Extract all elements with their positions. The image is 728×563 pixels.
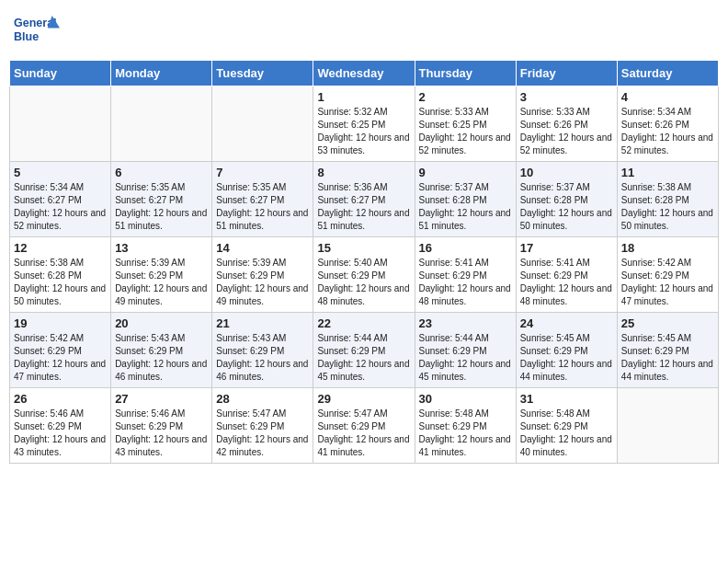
col-header-saturday: Saturday xyxy=(617,61,718,86)
day-info: Sunrise: 5:32 AMSunset: 6:25 PMDaylight:… xyxy=(317,106,410,157)
day-number: 30 xyxy=(419,392,512,406)
calendar-cell: 15 Sunrise: 5:40 AMSunset: 6:29 PMDaylig… xyxy=(313,237,415,313)
day-info: Sunrise: 5:42 AMSunset: 6:29 PMDaylight:… xyxy=(621,257,714,308)
day-number: 23 xyxy=(419,316,512,330)
day-info: Sunrise: 5:43 AMSunset: 6:29 PMDaylight:… xyxy=(216,332,309,384)
day-number: 1 xyxy=(317,90,410,104)
day-info: Sunrise: 5:48 AMSunset: 6:29 PMDaylight:… xyxy=(419,408,512,459)
day-info: Sunrise: 5:45 AMSunset: 6:29 PMDaylight:… xyxy=(520,332,613,384)
calendar-cell xyxy=(10,86,111,162)
day-number: 6 xyxy=(115,166,208,179)
day-info: Sunrise: 5:35 AMSunset: 6:27 PMDaylight:… xyxy=(216,181,309,233)
day-number: 26 xyxy=(14,392,107,406)
day-number: 25 xyxy=(621,316,714,330)
calendar-cell: 7 Sunrise: 5:35 AMSunset: 6:27 PMDayligh… xyxy=(212,162,313,237)
day-info: Sunrise: 5:41 AMSunset: 6:29 PMDaylight:… xyxy=(520,257,613,308)
day-number: 24 xyxy=(520,316,613,330)
col-header-wednesday: Wednesday xyxy=(313,61,415,86)
calendar-cell: 17 Sunrise: 5:41 AMSunset: 6:29 PMDaylig… xyxy=(516,237,617,313)
day-number: 31 xyxy=(520,392,613,406)
calendar-cell xyxy=(111,86,212,162)
day-info: Sunrise: 5:33 AMSunset: 6:26 PMDaylight:… xyxy=(520,106,613,157)
calendar-cell xyxy=(212,86,313,162)
day-number: 28 xyxy=(216,392,309,406)
day-number: 8 xyxy=(317,166,410,179)
logo: General Blue xyxy=(14,9,60,51)
calendar-cell: 27 Sunrise: 5:46 AMSunset: 6:29 PMDaylig… xyxy=(111,388,212,464)
day-number: 19 xyxy=(14,316,107,330)
calendar-cell: 30 Sunrise: 5:48 AMSunset: 6:29 PMDaylig… xyxy=(415,388,516,464)
day-number: 29 xyxy=(317,392,410,406)
day-info: Sunrise: 5:41 AMSunset: 6:29 PMDaylight:… xyxy=(419,257,512,308)
calendar-cell: 6 Sunrise: 5:35 AMSunset: 6:27 PMDayligh… xyxy=(111,162,212,237)
day-info: Sunrise: 5:45 AMSunset: 6:29 PMDaylight:… xyxy=(621,332,714,384)
calendar-cell: 22 Sunrise: 5:44 AMSunset: 6:29 PMDaylig… xyxy=(313,313,415,388)
calendar-cell: 4 Sunrise: 5:34 AMSunset: 6:26 PMDayligh… xyxy=(617,86,718,162)
day-number: 16 xyxy=(419,241,512,255)
day-info: Sunrise: 5:34 AMSunset: 6:27 PMDaylight:… xyxy=(14,181,107,233)
day-number: 4 xyxy=(621,90,714,104)
day-number: 22 xyxy=(317,316,410,330)
calendar-cell: 10 Sunrise: 5:37 AMSunset: 6:28 PMDaylig… xyxy=(516,162,617,237)
day-info: Sunrise: 5:44 AMSunset: 6:29 PMDaylight:… xyxy=(317,332,410,384)
day-number: 2 xyxy=(419,90,512,104)
day-info: Sunrise: 5:47 AMSunset: 6:29 PMDaylight:… xyxy=(317,408,410,459)
calendar-cell: 25 Sunrise: 5:45 AMSunset: 6:29 PMDaylig… xyxy=(617,313,718,388)
calendar-cell: 2 Sunrise: 5:33 AMSunset: 6:25 PMDayligh… xyxy=(415,86,516,162)
calendar-cell: 24 Sunrise: 5:45 AMSunset: 6:29 PMDaylig… xyxy=(516,313,617,388)
day-number: 17 xyxy=(520,241,613,255)
day-info: Sunrise: 5:39 AMSunset: 6:29 PMDaylight:… xyxy=(115,257,208,308)
calendar-cell: 20 Sunrise: 5:43 AMSunset: 6:29 PMDaylig… xyxy=(111,313,212,388)
col-header-friday: Friday xyxy=(516,61,617,86)
calendar-cell: 31 Sunrise: 5:48 AMSunset: 6:29 PMDaylig… xyxy=(516,388,617,464)
day-info: Sunrise: 5:44 AMSunset: 6:29 PMDaylight:… xyxy=(419,332,512,384)
svg-text:Blue: Blue xyxy=(14,30,39,43)
day-number: 5 xyxy=(14,166,107,179)
day-info: Sunrise: 5:35 AMSunset: 6:27 PMDaylight:… xyxy=(115,181,208,233)
calendar-cell: 19 Sunrise: 5:42 AMSunset: 6:29 PMDaylig… xyxy=(10,313,111,388)
calendar-cell: 16 Sunrise: 5:41 AMSunset: 6:29 PMDaylig… xyxy=(415,237,516,313)
day-info: Sunrise: 5:47 AMSunset: 6:29 PMDaylight:… xyxy=(216,408,309,459)
day-info: Sunrise: 5:40 AMSunset: 6:29 PMDaylight:… xyxy=(317,257,410,308)
calendar-cell: 9 Sunrise: 5:37 AMSunset: 6:28 PMDayligh… xyxy=(415,162,516,237)
day-info: Sunrise: 5:33 AMSunset: 6:25 PMDaylight:… xyxy=(419,106,512,157)
calendar-cell: 14 Sunrise: 5:39 AMSunset: 6:29 PMDaylig… xyxy=(212,237,313,313)
day-number: 13 xyxy=(115,241,208,255)
day-info: Sunrise: 5:46 AMSunset: 6:29 PMDaylight:… xyxy=(14,408,107,459)
day-info: Sunrise: 5:34 AMSunset: 6:26 PMDaylight:… xyxy=(621,106,714,157)
calendar-cell: 12 Sunrise: 5:38 AMSunset: 6:28 PMDaylig… xyxy=(10,237,111,313)
calendar-cell: 21 Sunrise: 5:43 AMSunset: 6:29 PMDaylig… xyxy=(212,313,313,388)
day-number: 12 xyxy=(14,241,107,255)
day-number: 9 xyxy=(419,166,512,179)
calendar-cell: 8 Sunrise: 5:36 AMSunset: 6:27 PMDayligh… xyxy=(313,162,415,237)
day-number: 11 xyxy=(621,166,714,179)
col-header-monday: Monday xyxy=(111,61,212,86)
day-number: 3 xyxy=(520,90,613,104)
day-info: Sunrise: 5:37 AMSunset: 6:28 PMDaylight:… xyxy=(520,181,613,233)
day-info: Sunrise: 5:38 AMSunset: 6:28 PMDaylight:… xyxy=(621,181,714,233)
day-info: Sunrise: 5:39 AMSunset: 6:29 PMDaylight:… xyxy=(216,257,309,308)
day-info: Sunrise: 5:38 AMSunset: 6:28 PMDaylight:… xyxy=(14,257,107,308)
calendar-cell: 13 Sunrise: 5:39 AMSunset: 6:29 PMDaylig… xyxy=(111,237,212,313)
col-header-tuesday: Tuesday xyxy=(212,61,313,86)
day-number: 20 xyxy=(115,316,208,330)
day-info: Sunrise: 5:37 AMSunset: 6:28 PMDaylight:… xyxy=(419,181,512,233)
day-info: Sunrise: 5:43 AMSunset: 6:29 PMDaylight:… xyxy=(115,332,208,384)
calendar-cell: 1 Sunrise: 5:32 AMSunset: 6:25 PMDayligh… xyxy=(313,86,415,162)
calendar-cell: 11 Sunrise: 5:38 AMSunset: 6:28 PMDaylig… xyxy=(617,162,718,237)
calendar-cell: 3 Sunrise: 5:33 AMSunset: 6:26 PMDayligh… xyxy=(516,86,617,162)
calendar-cell xyxy=(617,388,718,464)
calendar-cell: 18 Sunrise: 5:42 AMSunset: 6:29 PMDaylig… xyxy=(617,237,718,313)
day-number: 7 xyxy=(216,166,309,179)
day-number: 27 xyxy=(115,392,208,406)
col-header-thursday: Thursday xyxy=(415,61,516,86)
col-header-sunday: Sunday xyxy=(10,61,111,86)
calendar-cell: 5 Sunrise: 5:34 AMSunset: 6:27 PMDayligh… xyxy=(10,162,111,237)
day-number: 14 xyxy=(216,241,309,255)
calendar-cell: 28 Sunrise: 5:47 AMSunset: 6:29 PMDaylig… xyxy=(212,388,313,464)
day-info: Sunrise: 5:46 AMSunset: 6:29 PMDaylight:… xyxy=(115,408,208,459)
day-number: 21 xyxy=(216,316,309,330)
day-info: Sunrise: 5:48 AMSunset: 6:29 PMDaylight:… xyxy=(520,408,613,459)
day-number: 18 xyxy=(621,241,714,255)
calendar-table: SundayMondayTuesdayWednesdayThursdayFrid… xyxy=(9,60,719,464)
